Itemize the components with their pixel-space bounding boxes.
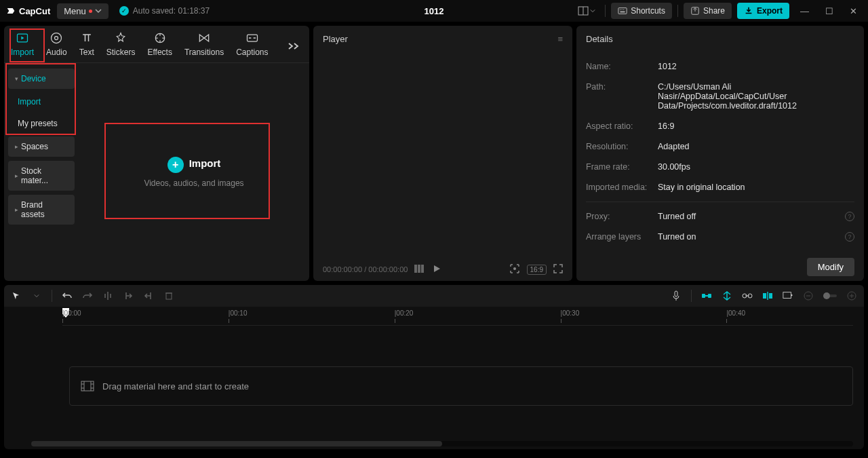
- delete-tool[interactable]: [163, 290, 174, 301]
- close-button[interactable]: ✕: [844, 3, 863, 19]
- sidebar-item-import[interactable]: Import: [8, 93, 75, 111]
- cover-icon[interactable]: [783, 290, 793, 301]
- timeline-scrollbar[interactable]: [31, 441, 853, 446]
- info-icon[interactable]: ?: [845, 232, 854, 242]
- svg-rect-26: [783, 292, 791, 299]
- svg-point-10: [55, 37, 58, 40]
- sidebar-item-spaces[interactable]: ▸Spaces: [8, 136, 75, 157]
- detail-aspect: 16:9: [658, 121, 854, 131]
- sidebar-item-stock[interactable]: ▸Stock mater...: [8, 161, 75, 191]
- menu-button[interactable]: Menu: [57, 3, 108, 19]
- modify-button[interactable]: Modify: [807, 258, 854, 276]
- zoom-out-icon[interactable]: [803, 290, 814, 301]
- svg-rect-17: [166, 293, 172, 299]
- tab-import[interactable]: Import: [11, 31, 34, 62]
- tab-stickers[interactable]: Stickers: [106, 31, 136, 62]
- tab-text[interactable]: Text: [79, 31, 94, 62]
- svg-rect-12: [247, 35, 257, 41]
- tab-captions[interactable]: Captions: [236, 31, 268, 62]
- svg-rect-18: [675, 291, 677, 297]
- magnet-icon[interactable]: [701, 290, 712, 301]
- svg-rect-25: [769, 293, 772, 299]
- import-dropzone[interactable]: +Import Videos, audios, and images: [144, 157, 243, 188]
- shortcuts-button[interactable]: Shortcuts: [611, 3, 672, 19]
- maximize-button[interactable]: ☐: [820, 3, 839, 19]
- import-hint: Videos, audios, and images: [144, 178, 243, 188]
- play-button[interactable]: [432, 264, 441, 275]
- share-button[interactable]: Share: [684, 3, 732, 19]
- scan-icon[interactable]: [509, 263, 520, 275]
- link-icon[interactable]: [742, 290, 753, 301]
- cursor-tool[interactable]: [11, 290, 22, 301]
- svg-rect-14: [418, 265, 420, 273]
- player-title: Player: [323, 34, 348, 44]
- film-icon: [81, 381, 94, 392]
- tab-transitions[interactable]: Transitions: [184, 31, 224, 62]
- trim-left-tool[interactable]: [123, 290, 134, 301]
- detail-layers: Turned on?: [658, 232, 854, 242]
- svg-rect-21: [705, 295, 708, 297]
- svg-rect-20: [708, 294, 711, 298]
- player-menu-icon[interactable]: ≡: [557, 34, 563, 44]
- timeline-dropzone[interactable]: Drag material here and start to create: [69, 366, 853, 406]
- detail-name: 1012: [658, 62, 854, 71]
- layout-icon[interactable]: [574, 3, 599, 19]
- cursor-dropdown-icon[interactable]: [31, 290, 42, 301]
- svg-rect-2: [618, 8, 627, 14]
- svg-point-4: [622, 9, 623, 10]
- info-icon[interactable]: ?: [845, 212, 854, 221]
- ratio-badge[interactable]: 16:9: [527, 265, 547, 275]
- sidebar-item-presets[interactable]: My presets: [8, 115, 75, 132]
- details-title: Details: [586, 34, 613, 44]
- detail-path: C:/Users/Usman Ali Nasir/AppData/Local/C…: [658, 82, 854, 111]
- mic-icon[interactable]: [671, 290, 682, 301]
- svg-rect-6: [620, 12, 625, 12]
- svg-point-16: [513, 267, 516, 270]
- svg-point-3: [620, 9, 620, 10]
- player-timecode: 00:00:00:00 / 00:00:00:00: [323, 265, 408, 273]
- timeline-ruler[interactable]: |00:00 |00:10 |00:20 |00:30 |00:40: [62, 309, 853, 326]
- split-tool[interactable]: [102, 290, 113, 301]
- svg-rect-19: [702, 294, 705, 298]
- svg-rect-15: [421, 265, 424, 273]
- minimize-button[interactable]: —: [795, 3, 814, 19]
- redo-button[interactable]: [82, 290, 93, 301]
- quality-icon[interactable]: [414, 265, 425, 274]
- plus-icon: +: [167, 157, 184, 173]
- app-logo: CapCut: [5, 5, 50, 16]
- fullscreen-icon[interactable]: [553, 264, 563, 275]
- detail-fps: 30.00fps: [658, 162, 854, 172]
- detail-resolution: Adapted: [658, 142, 854, 151]
- export-button[interactable]: Export: [737, 3, 789, 19]
- detail-proxy: Turned off?: [658, 212, 854, 221]
- sidebar-item-device[interactable]: ▾Device: [8, 69, 75, 89]
- undo-button[interactable]: [62, 290, 73, 301]
- tab-audio[interactable]: Audio: [46, 31, 67, 62]
- project-title: 1012: [425, 6, 444, 16]
- tabs-more-icon[interactable]: [285, 39, 302, 56]
- svg-rect-29: [81, 381, 94, 391]
- sidebar-item-brand[interactable]: ▸Brand assets: [8, 195, 75, 225]
- autosave-status: ✓ Auto saved: 01:18:37: [119, 6, 210, 16]
- zoom-slider[interactable]: [823, 294, 837, 297]
- svg-rect-13: [414, 265, 417, 273]
- svg-rect-24: [763, 293, 766, 299]
- svg-point-5: [623, 9, 624, 10]
- detail-imported: Stay in original location: [658, 183, 854, 192]
- trim-right-tool[interactable]: [143, 290, 154, 301]
- tab-effects[interactable]: Effects: [147, 31, 172, 62]
- player-viewport[interactable]: [313, 52, 572, 258]
- check-icon: ✓: [119, 6, 129, 16]
- svg-point-9: [52, 33, 62, 43]
- snap-icon[interactable]: [722, 290, 732, 301]
- zoom-in-icon[interactable]: [846, 290, 857, 301]
- preview-icon[interactable]: [762, 290, 773, 301]
